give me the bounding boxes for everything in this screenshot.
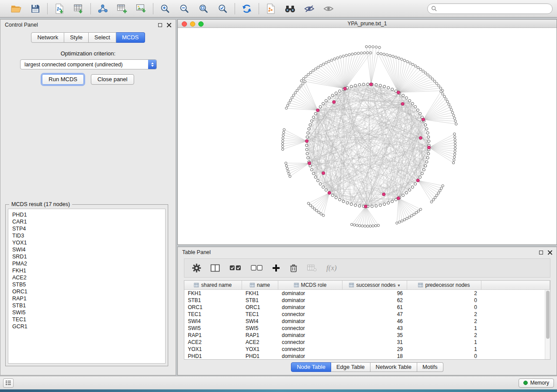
table-row[interactable]: SWI4SWI4dominator462 xyxy=(184,318,545,325)
table-row[interactable]: STB1STB1dominator620 xyxy=(184,297,545,304)
tab-mcds[interactable]: MCDS xyxy=(116,32,145,43)
delete-column-icon[interactable] xyxy=(290,264,298,272)
split-columns-icon[interactable] xyxy=(211,264,220,272)
zoom-selected-icon[interactable] xyxy=(216,2,229,15)
table-row[interactable]: RAP1RAP1dominator352 xyxy=(184,332,545,339)
export-image-icon[interactable] xyxy=(135,2,148,15)
tab-select[interactable]: Select xyxy=(89,32,116,43)
column-header-shared-name[interactable]: shared name xyxy=(184,281,242,289)
clear-checkboxes-icon[interactable] xyxy=(251,265,263,272)
table-row[interactable]: PHD1PHD1dominator180 xyxy=(184,353,545,359)
add-column-icon[interactable] xyxy=(272,264,280,272)
search-binoculars-icon[interactable] xyxy=(284,2,297,15)
list-item[interactable]: SWI5 xyxy=(8,309,165,316)
list-item[interactable]: YOX1 xyxy=(8,239,165,246)
list-item[interactable]: SWI4 xyxy=(8,246,165,253)
run-mcds-button[interactable]: Run MCDS xyxy=(42,74,84,85)
save-session-icon[interactable] xyxy=(29,2,42,15)
table-row[interactable]: FKH1FKH1dominator962 xyxy=(184,290,545,297)
list-item[interactable]: STB5 xyxy=(8,281,165,288)
column-header-MCDS-role[interactable]: MCDS role xyxy=(278,281,343,289)
cell-shared: TEC1 xyxy=(184,311,242,318)
cell-pred: 2 xyxy=(407,332,481,339)
table-disabled-icon xyxy=(307,264,317,272)
new-network-icon[interactable] xyxy=(96,2,109,15)
select-all-checkboxes-icon[interactable] xyxy=(229,265,241,272)
search-field[interactable] xyxy=(427,3,553,14)
import-group xyxy=(48,2,90,15)
cell-name: RAP1 xyxy=(242,332,278,339)
network-window: YPA_prune.txt_1 xyxy=(177,19,557,245)
tab-edge-table[interactable]: Edge Table xyxy=(331,362,370,372)
list-item[interactable]: TID3 xyxy=(8,232,165,239)
criterion-dropdown[interactable]: largest connected component (undirected) xyxy=(20,59,157,69)
export-network-icon[interactable] xyxy=(264,2,277,15)
list-item[interactable]: ORC1 xyxy=(8,288,165,295)
desktop-background-strip xyxy=(0,389,557,392)
zoom-out-icon[interactable] xyxy=(178,2,191,15)
list-item[interactable]: FKH1 xyxy=(8,267,165,274)
open-folder-icon[interactable] xyxy=(10,2,23,15)
tab-motifs[interactable]: Motifs xyxy=(417,362,443,372)
list-item[interactable]: STP4 xyxy=(8,225,165,232)
tab-network-table[interactable]: Network Table xyxy=(370,362,417,372)
float-panel-icon[interactable] xyxy=(539,251,543,254)
import-network-file-icon[interactable] xyxy=(53,2,66,15)
list-item[interactable]: PHD1 xyxy=(8,211,165,218)
float-panel-icon[interactable] xyxy=(158,23,162,27)
control-tabs: NetworkStyleSelectMCDS xyxy=(0,32,176,43)
network-window-title: YPA_prune.txt_1 xyxy=(348,21,387,27)
tab-network[interactable]: Network xyxy=(31,32,64,43)
list-item[interactable]: ACE2 xyxy=(8,274,165,281)
network-graph[interactable] xyxy=(178,28,557,245)
column-header-predecessor-nodes[interactable]: predecessor nodes xyxy=(407,281,481,289)
close-panel-icon[interactable] xyxy=(166,23,171,28)
list-item[interactable]: TEC1 xyxy=(8,316,165,323)
list-item[interactable]: PMA2 xyxy=(8,260,165,267)
list-item[interactable]: GCR1 xyxy=(8,323,165,330)
memory-button[interactable]: Memory xyxy=(519,378,554,388)
column-header-successor-nodes[interactable]: successor nodes▾ xyxy=(343,281,407,289)
cell-pred: 1 xyxy=(407,339,481,346)
table-scrollbar[interactable] xyxy=(545,290,550,359)
tab-style[interactable]: Style xyxy=(64,32,89,43)
refresh-layout-icon[interactable] xyxy=(240,2,253,15)
new-table-icon[interactable] xyxy=(115,2,128,15)
network-titlebar[interactable]: YPA_prune.txt_1 xyxy=(178,20,557,28)
list-item[interactable]: STB1 xyxy=(8,302,165,309)
zoom-fit-icon[interactable] xyxy=(197,2,210,15)
tab-node-table[interactable]: Node Table xyxy=(291,362,331,372)
column-grid-icon xyxy=(349,283,354,287)
maximize-window-icon[interactable] xyxy=(198,21,204,27)
column-grid-icon xyxy=(418,283,423,287)
show-selection-eye-icon[interactable] xyxy=(322,2,335,15)
memory-status-icon xyxy=(523,381,528,385)
search-input[interactable] xyxy=(439,6,549,12)
zoom-in-icon[interactable] xyxy=(159,2,172,15)
list-item[interactable]: RAP1 xyxy=(8,295,165,302)
table-body[interactable]: FKH1FKH1dominator962STB1STB1dominator620… xyxy=(184,290,545,359)
close-window-icon[interactable] xyxy=(182,21,187,27)
column-header-name[interactable]: name xyxy=(242,281,278,289)
list-item[interactable]: SRD1 xyxy=(8,253,165,260)
cell-name: SWI5 xyxy=(242,325,278,332)
node-table: shared namenameMCDS rolesuccessor nodes▾… xyxy=(184,280,550,360)
cell-shared: RAP1 xyxy=(184,332,242,339)
table-row[interactable]: YOX1YOX1connector291 xyxy=(184,346,545,353)
import-table-file-icon[interactable] xyxy=(72,2,85,15)
table-row[interactable]: ORC1ORC1dominator610 xyxy=(184,304,545,311)
gear-icon[interactable] xyxy=(192,264,201,272)
task-history-button[interactable] xyxy=(3,378,14,388)
list-item[interactable]: CAR1 xyxy=(8,218,165,225)
table-panel: Table Panel f(x) shared namenameMCDS xyxy=(177,247,557,375)
cell-role: connector xyxy=(278,311,343,318)
hide-selection-eye-icon[interactable] xyxy=(303,2,316,15)
table-row[interactable]: SWI5SWI5connector431 xyxy=(184,325,545,332)
close-panel-icon[interactable] xyxy=(547,250,552,255)
mcds-result-list[interactable]: PHD1CAR1STP4TID3YOX1SWI4SRD1PMA2FKH1ACE2… xyxy=(8,209,166,364)
scrollbar-thumb[interactable] xyxy=(546,291,550,339)
minimize-window-icon[interactable] xyxy=(190,21,195,27)
table-row[interactable]: ACE2ACE2connector311 xyxy=(184,339,545,346)
close-panel-button[interactable]: Close panel xyxy=(91,74,134,85)
table-row[interactable]: TEC1TEC1connector472 xyxy=(184,311,545,318)
